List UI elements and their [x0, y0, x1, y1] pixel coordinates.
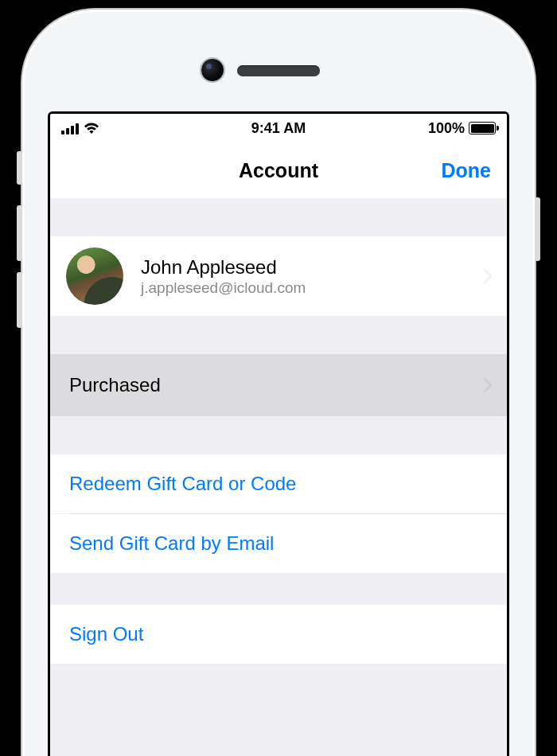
send-gift-card-label: Send Gift Card by Email — [69, 532, 274, 555]
volume-up-button — [17, 205, 22, 261]
sign-out-row[interactable]: Sign Out — [50, 605, 507, 664]
redeem-gift-card-label: Redeem Gift Card or Code — [69, 473, 296, 495]
section-gap — [50, 198, 507, 236]
phone-frame: 9:41 AM 100% Account Done John Appleseed… — [22, 10, 535, 756]
battery-icon — [469, 122, 496, 134]
power-button — [535, 197, 540, 261]
cellular-signal-icon — [61, 122, 79, 134]
chevron-right-icon — [483, 268, 493, 284]
section-gap — [50, 416, 507, 454]
done-button[interactable]: Done — [442, 159, 492, 182]
screen: 9:41 AM 100% Account Done John Appleseed… — [48, 111, 509, 756]
purchased-row[interactable]: Purchased — [50, 354, 507, 416]
profile-row[interactable]: John Appleseed j.appleseed@icloud.com — [50, 236, 507, 316]
purchased-label: Purchased — [69, 374, 161, 396]
section-gap — [50, 573, 507, 605]
redeem-gift-card-row[interactable]: Redeem Gift Card or Code — [50, 454, 507, 513]
battery-percent: 100% — [428, 120, 465, 137]
volume-down-button — [17, 272, 22, 328]
status-time: 9:41 AM — [251, 120, 306, 137]
mute-switch — [17, 151, 22, 185]
page-title: Account — [239, 159, 318, 182]
earpiece — [237, 65, 320, 76]
profile-email: j.appleseed@icloud.com — [141, 279, 306, 297]
status-bar: 9:41 AM 100% — [50, 114, 507, 142]
section-gap — [50, 316, 507, 354]
sign-out-label: Sign Out — [69, 623, 143, 645]
wifi-icon — [83, 122, 100, 134]
chevron-right-icon — [483, 377, 493, 393]
nav-bar: Account Done — [50, 142, 507, 198]
profile-name: John Appleseed — [141, 255, 306, 279]
send-gift-card-row[interactable]: Send Gift Card by Email — [50, 514, 507, 573]
avatar — [66, 247, 123, 305]
front-camera — [201, 59, 224, 81]
